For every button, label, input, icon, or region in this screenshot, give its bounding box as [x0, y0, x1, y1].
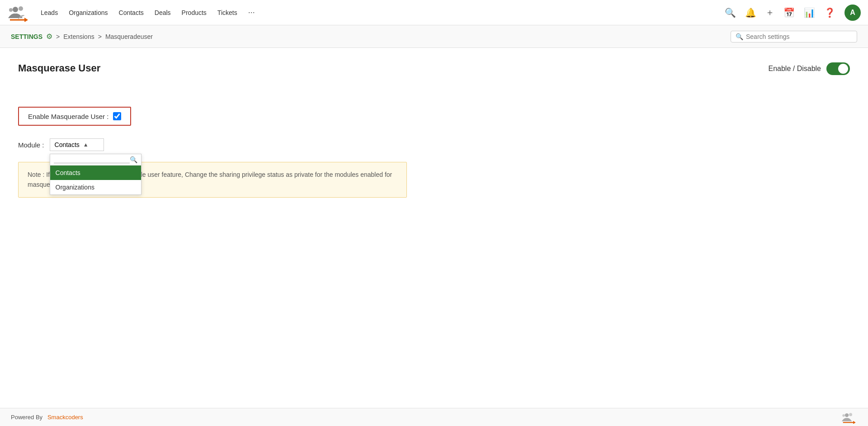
- add-icon-button[interactable]: ＋: [765, 6, 774, 19]
- svg-marker-3: [24, 18, 28, 22]
- app-logo: [7, 4, 30, 22]
- svg-point-1: [19, 6, 23, 11]
- nav-right-actions: 🔍 🔔 ＋ 📅 📊 ❓ A: [725, 5, 861, 21]
- chart-icon-button[interactable]: 📊: [804, 7, 815, 18]
- main-content: Masquerase User Enable / Disable Enable …: [0, 48, 868, 212]
- breadcrumb-extensions[interactable]: Extensions: [63, 33, 94, 40]
- gear-icon: ⚙: [46, 32, 52, 41]
- footer-logo-icon: [841, 411, 857, 424]
- enable-disable-toggle[interactable]: [826, 62, 850, 75]
- search-settings-icon: 🔍: [736, 33, 743, 40]
- svg-point-4: [845, 413, 849, 417]
- page-title: Masquerase User: [18, 62, 100, 74]
- dropdown-arrow-icon: ▲: [83, 142, 99, 148]
- footer-powered-by: Powered By Smackcoders: [11, 414, 83, 421]
- breadcrumb-current: Masqueradeuser: [105, 33, 153, 40]
- nav-deals[interactable]: Deals: [155, 9, 171, 16]
- user-avatar[interactable]: A: [844, 5, 861, 21]
- nav-links: Leads Organizations Contacts Deals Produ…: [41, 8, 721, 17]
- settings-bar: SETTINGS ⚙ > Extensions > Masqueradeuser…: [0, 25, 868, 48]
- dropdown-search-row: 🔍: [50, 154, 141, 166]
- nav-products[interactable]: Products: [182, 9, 207, 16]
- svg-point-0: [13, 7, 18, 12]
- enable-masquerade-label: Enable Masquerade User :: [28, 113, 108, 120]
- module-row: Module : Contacts ▲ 🔍 Contacts Organizat…: [18, 138, 850, 151]
- svg-point-6: [842, 414, 845, 417]
- notification-bell-button[interactable]: 🔔: [745, 7, 756, 18]
- module-dropdown-menu: 🔍 Contacts Organizations: [50, 154, 142, 195]
- module-select-button[interactable]: Contacts ▲: [50, 138, 104, 151]
- search-icon-button[interactable]: 🔍: [725, 7, 736, 18]
- logo-area[interactable]: [7, 4, 30, 22]
- svg-point-5: [849, 413, 852, 416]
- dropdown-option-contacts[interactable]: Contacts: [50, 166, 141, 180]
- nav-leads[interactable]: Leads: [41, 9, 58, 16]
- footer-powered-by-text: Powered By: [11, 414, 42, 421]
- settings-label[interactable]: SETTINGS: [11, 33, 42, 40]
- nav-contacts[interactable]: Contacts: [119, 9, 144, 16]
- top-navigation: Leads Organizations Contacts Deals Produ…: [0, 0, 868, 25]
- dropdown-option-organizations[interactable]: Organizations: [50, 180, 141, 194]
- module-label: Module :: [18, 138, 44, 149]
- footer-logo-right: [841, 411, 857, 424]
- help-icon-button[interactable]: ❓: [824, 7, 835, 18]
- breadcrumb-sep-2: >: [98, 33, 102, 40]
- nav-more-button[interactable]: ···: [248, 8, 255, 17]
- footer-smackcoders-link[interactable]: Smackcoders: [47, 414, 83, 421]
- enable-masquerade-section: Enable Masquerade User :: [18, 107, 131, 126]
- dropdown-search-input[interactable]: [54, 156, 130, 163]
- module-selected-value: Contacts: [55, 141, 80, 148]
- breadcrumb-sep-1: >: [56, 33, 60, 40]
- footer: Powered By Smackcoders: [0, 408, 868, 426]
- nav-organizations[interactable]: Organizations: [69, 9, 108, 16]
- calendar-icon-button[interactable]: 📅: [783, 7, 795, 18]
- nav-tickets[interactable]: Tickets: [217, 9, 237, 16]
- enable-disable-label: Enable / Disable: [768, 65, 821, 73]
- enable-masquerade-checkbox[interactable]: [113, 112, 121, 120]
- dropdown-search-icon: 🔍: [130, 156, 137, 163]
- search-settings-input[interactable]: [746, 33, 852, 40]
- svg-marker-7: [853, 421, 856, 423]
- module-select-wrap: Contacts ▲ 🔍 Contacts Organizations: [50, 138, 104, 151]
- search-settings-wrap: 🔍: [731, 31, 857, 43]
- svg-point-2: [9, 8, 13, 12]
